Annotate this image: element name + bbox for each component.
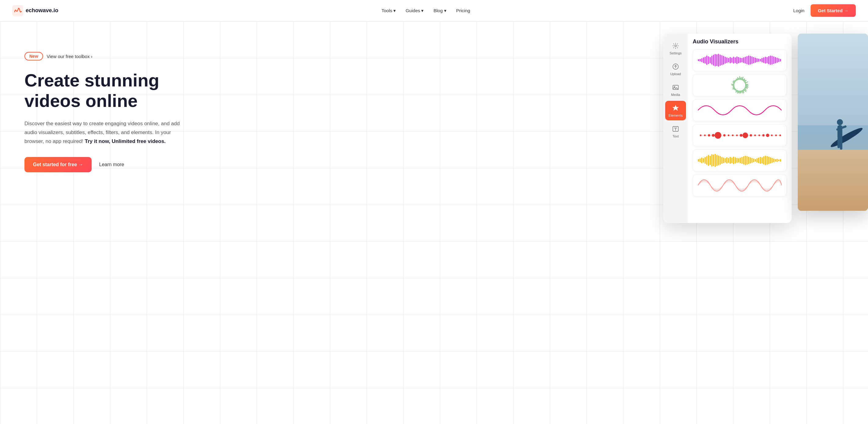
svg-rect-53 [777,58,778,63]
elements-icon [671,104,680,113]
svg-rect-160 [760,157,761,164]
beach-illustration [798,34,868,211]
svg-rect-129 [708,155,709,166]
svg-rect-169 [775,159,776,161]
svg-rect-34 [745,57,746,64]
svg-rect-154 [750,157,751,163]
svg-rect-126 [703,158,704,162]
beach-panel: Beach Party [798,34,868,211]
text-icon [671,125,680,133]
viz-bars [698,54,781,67]
svg-rect-37 [750,56,751,64]
svg-rect-123 [698,159,699,161]
svg-rect-163 [765,156,766,165]
hero-section: New View our free toolbox › Create stunn… [0,21,868,424]
chevron-right-icon: › [91,54,92,59]
svg-point-1 [675,45,677,47]
sidebar-upload[interactable]: Upload [665,59,686,79]
visualizer-card-1[interactable] [693,49,787,71]
svg-rect-159 [758,158,759,163]
svg-rect-140 [726,157,727,163]
svg-rect-138 [723,158,724,163]
svg-rect-7 [700,59,701,61]
nav-guides[interactable]: Guides ▾ [406,8,424,13]
nav-right: Login Get Started → [793,4,856,17]
svg-rect-125 [701,158,703,163]
svg-rect-47 [767,57,768,63]
svg-line-102 [745,83,746,84]
svg-rect-156 [753,158,754,162]
svg-line-90 [738,77,738,80]
toolbox-link[interactable]: View our free toolbox › [47,54,93,59]
svg-rect-15 [713,55,714,66]
svg-rect-150 [743,156,744,164]
svg-rect-139 [725,158,726,162]
sidebar-text[interactable]: Text [665,122,686,141]
svg-rect-30 [738,57,739,63]
visualizer-card-3[interactable] [693,99,787,121]
svg-rect-148 [740,158,741,163]
svg-rect-33 [743,57,744,63]
svg-rect-143 [732,158,733,163]
svg-rect-18 [718,54,719,67]
svg-rect-161 [762,157,763,163]
svg-rect-52 [775,57,776,63]
gear-icon [671,41,680,50]
hero-title: Create stunning videos online [25,70,214,111]
sidebar-settings[interactable]: Settings [665,38,686,58]
visualizer-card-4[interactable] [693,124,787,146]
nav-blog[interactable]: Blog ▾ [433,8,446,13]
nav-pricing[interactable]: Pricing [456,8,470,13]
svg-rect-8 [701,58,703,62]
svg-rect-151 [745,156,746,165]
visualizer-card-5[interactable] [693,149,787,171]
learn-more-link[interactable]: Learn more [99,162,124,168]
svg-rect-29 [736,57,738,64]
svg-rect-141 [728,158,729,163]
svg-line-60 [745,88,746,89]
svg-rect-14 [711,56,713,64]
svg-rect-128 [706,156,707,165]
svg-rect-144 [733,157,734,164]
viz-gold [698,154,781,167]
svg-line-74 [735,89,736,90]
nav-tools[interactable]: Tools ▾ [381,8,396,13]
svg-rect-130 [710,156,711,165]
svg-line-83 [733,83,735,83]
svg-rect-39 [753,57,754,63]
visualizer-card-6[interactable] [693,175,787,196]
svg-line-100 [745,82,746,83]
editor-sidebar: Settings Upload [663,34,688,223]
svg-rect-153 [748,157,749,164]
viz-sine [698,103,781,117]
svg-line-81 [731,84,734,84]
svg-rect-17 [716,54,717,66]
svg-rect-167 [772,158,773,163]
svg-rect-40 [755,58,756,63]
sidebar-media[interactable]: Media [665,80,686,99]
get-started-button[interactable]: Get started for free → [25,157,92,172]
sidebar-elements[interactable]: Elements [665,101,686,120]
svg-line-78 [733,87,735,87]
svg-line-94 [741,77,742,80]
viz-circle [731,76,749,94]
visualizer-card-2[interactable] [693,74,787,96]
image-icon [671,83,680,92]
nav-cta-button[interactable]: Get Started → [811,4,856,17]
svg-rect-49 [770,56,771,65]
hero-right: Settings Upload [654,21,868,424]
svg-rect-137 [721,157,723,164]
svg-rect-16 [715,54,716,66]
logo-icon [12,5,23,16]
svg-rect-149 [741,157,742,164]
login-button[interactable]: Login [793,8,804,13]
svg-rect-124 [700,158,701,162]
navbar: echowave.io Tools ▾ Guides ▾ Blog ▾ Pric… [0,0,868,21]
svg-rect-21 [723,56,724,64]
svg-rect-25 [730,57,731,63]
svg-rect-170 [777,159,778,162]
logo[interactable]: echowave.io [12,5,58,16]
svg-line-89 [737,79,738,80]
svg-rect-166 [770,157,771,163]
svg-rect-45 [763,57,765,63]
